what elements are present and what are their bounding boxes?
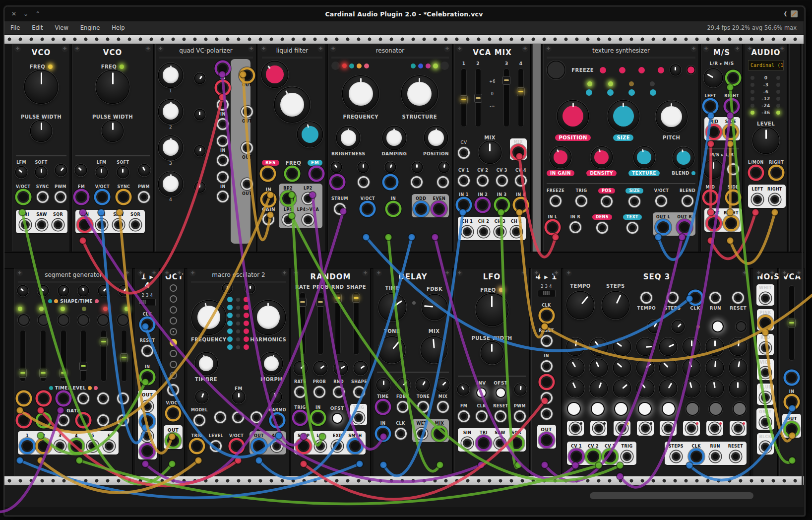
segment-generator-port-6[interactable]: [103, 440, 115, 452]
texture-synthesizer-port-freeze[interactable]: [550, 195, 562, 207]
texture-synthesizer-port-out-l[interactable]: [657, 221, 669, 233]
resonator-port-odd[interactable]: [415, 203, 427, 215]
lfo-button[interactable]: [476, 388, 487, 398]
vco-2-pulse-width-knob[interactable]: [102, 121, 123, 141]
vco-2-port-v-oct[interactable]: [96, 191, 108, 203]
segment-generator-port-jack[interactable]: [97, 392, 109, 404]
vco-1-knob--[interactable]: [56, 165, 66, 176]
texture-synthesizer-port-dens[interactable]: [596, 222, 608, 234]
vco-2-knob-lfm[interactable]: [96, 167, 107, 178]
texture-synthesizer-knob-[interactable]: [671, 65, 681, 75]
seq-3-knob-[interactable]: [648, 321, 660, 332]
segment-generator-port-jack[interactable]: [18, 392, 30, 404]
liquid-filter-fm-port[interactable]: [311, 168, 322, 180]
delay-port-mix[interactable]: [434, 428, 445, 440]
random-button[interactable]: [332, 413, 343, 424]
delay-port-mix[interactable]: [437, 401, 449, 413]
segment-generator-slider[interactable]: [121, 330, 127, 382]
segment-generator-port-3[interactable]: [54, 440, 66, 452]
audio-audio-device-display[interactable]: Cardinal (1: [748, 60, 784, 70]
segment-generator-button[interactable]: [58, 314, 69, 326]
segment-generator-knob-[interactable]: [99, 286, 109, 296]
segment-generator-slider[interactable]: [61, 330, 66, 382]
seq-3-button[interactable]: [733, 402, 747, 416]
resonator-port-jack[interactable]: [358, 176, 370, 188]
quad-vc-polarizer-port-jack[interactable]: [217, 171, 229, 183]
vca-mix-port-ch-4[interactable]: [510, 226, 522, 238]
texture-synthesizer-knob-[interactable]: [558, 101, 588, 131]
audio-port-right[interactable]: [770, 167, 782, 179]
seq-3-knob-[interactable]: [660, 380, 677, 397]
seq-3-port-run[interactable]: [709, 451, 721, 462]
menu-item-engine[interactable]: Engine: [74, 24, 106, 31]
seq-3-port-jack[interactable]: [709, 292, 721, 304]
segment-generator-port-1[interactable]: [21, 440, 33, 452]
ms-port-left[interactable]: [708, 217, 720, 229]
oct-octave-8[interactable]: [170, 372, 177, 379]
random-knob-[interactable]: [294, 362, 307, 375]
liquid-filter-res-knob[interactable]: [262, 62, 288, 87]
random-slider[interactable]: [353, 292, 359, 355]
vca-mix-mix-out[interactable]: [512, 146, 524, 158]
oct-octave-0[interactable]: [170, 284, 177, 292]
resonator-knob-[interactable]: [402, 76, 437, 112]
resonator-port-jack[interactable]: [384, 176, 396, 188]
delay-port-tone[interactable]: [417, 401, 429, 413]
seq-3-knob-[interactable]: [567, 292, 594, 319]
vco-2-port-sin[interactable]: [79, 219, 91, 231]
texture-synthesizer-port-out-r[interactable]: [679, 221, 690, 233]
quad-vc-polarizer-port-jack[interactable]: [241, 106, 253, 118]
resonator-knob-[interactable]: [337, 127, 360, 149]
ms-port-right[interactable]: [726, 100, 738, 112]
seq-3-port-trig[interactable]: [621, 451, 633, 462]
random-knob-[interactable]: [354, 362, 367, 375]
seq-3-button[interactable]: [638, 402, 652, 416]
seq-3-knob-[interactable]: [683, 359, 700, 376]
quad-vc-polarizer-knob-[interactable]: [159, 64, 183, 87]
quad-vc-polarizer-knob-[interactable]: [159, 172, 183, 196]
texture-synthesizer-knob-[interactable]: [634, 147, 655, 168]
texture-synthesizer-port-trig[interactable]: [575, 195, 587, 207]
menu-item-file[interactable]: File: [4, 24, 26, 31]
vco-1-port-sqr[interactable]: [52, 219, 64, 231]
resonator-knob-[interactable]: [383, 127, 406, 149]
nois-port-whit[interactable]: [759, 292, 771, 304]
macro-oscillator-2-port-out[interactable]: [253, 440, 265, 452]
vca-mix-slider[interactable]: [518, 68, 524, 127]
vco-2-port-tri[interactable]: [96, 219, 108, 231]
seq-3-knob-[interactable]: [567, 380, 584, 397]
seq-3-port-jack[interactable]: [639, 422, 651, 434]
one-to-four-port-jack[interactable]: [141, 445, 153, 457]
seq-3-button[interactable]: [591, 402, 605, 416]
oct-port-v-oct[interactable]: [167, 407, 179, 419]
resonator-knob-[interactable]: [331, 162, 341, 172]
lfo-port-saw[interactable]: [494, 437, 506, 449]
liquid-filter-res-port[interactable]: [262, 168, 274, 180]
quad-vc-polarizer-knob-[interactable]: [195, 73, 205, 83]
ms-port-side[interactable]: [725, 126, 737, 138]
seq-3-button[interactable]: [567, 402, 581, 416]
vca-mix-port-in-1[interactable]: [458, 199, 470, 211]
nois-port-pink[interactable]: [759, 317, 771, 329]
one-to-four-port-in[interactable]: [141, 371, 153, 383]
seq-3-knob-[interactable]: [730, 359, 747, 376]
lfo-knob-[interactable]: [515, 384, 526, 395]
delay-knob-[interactable]: [422, 295, 447, 320]
vco-1-port-v-oct[interactable]: [17, 191, 29, 203]
texture-synthesizer-knob-[interactable]: [656, 101, 687, 132]
quad-vc-polarizer-port-jack[interactable]: [217, 99, 229, 111]
segment-generator-port-jack[interactable]: [117, 414, 129, 426]
segment-generator-port-jack[interactable]: [97, 414, 109, 426]
random-slider[interactable]: [300, 292, 306, 355]
delay-knob-[interactable]: [379, 337, 405, 363]
seq-3-button[interactable]: [614, 402, 628, 416]
liquid-filter-port-lp4-vca[interactable]: [302, 214, 314, 226]
vco-2-port-saw[interactable]: [113, 219, 125, 231]
resonator-knob-[interactable]: [439, 162, 449, 172]
liquid-filter-port-lp2[interactable]: [302, 193, 314, 204]
resonator-port-in[interactable]: [387, 203, 399, 215]
vco-2-knob-soft[interactable]: [118, 167, 128, 178]
four-to-one-port-clk[interactable]: [541, 310, 553, 322]
random-port-prob[interactable]: [313, 386, 325, 398]
segment-generator-port-2[interactable]: [38, 440, 50, 452]
